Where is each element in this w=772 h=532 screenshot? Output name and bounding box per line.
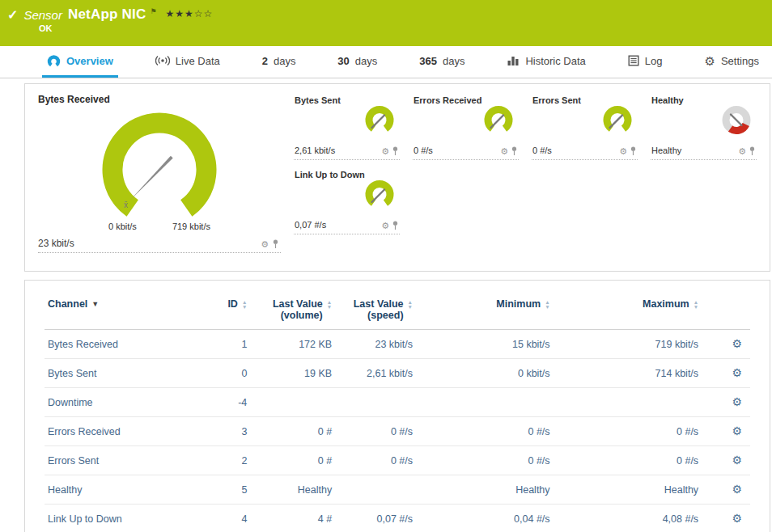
tab-label: days — [443, 55, 464, 67]
col-header-last-value-volume[interactable]: Last Value (volume) ▲▼ — [250, 293, 335, 330]
priority-stars[interactable]: ★★★☆☆ — [165, 8, 213, 19]
col-header-minimum[interactable]: Minimum ▲▼ — [416, 293, 554, 330]
small-gauge — [360, 105, 399, 136]
col-header-last-value-speed[interactable]: Last Value (speed) ▲▼ — [335, 293, 416, 330]
gauge-label: Errors Received — [414, 95, 518, 105]
pin-icon[interactable] — [511, 146, 518, 156]
channel-settings-icon[interactable]: ⚙ — [732, 454, 742, 467]
channel-settings-icon[interactable]: ⚙ — [732, 395, 742, 408]
channel-settings-icon[interactable]: ⚙ — [732, 512, 742, 525]
gauge-gear-icon[interactable]: ⚙ — [381, 147, 389, 156]
pin-icon[interactable] — [749, 146, 756, 156]
tab-historic-data[interactable]: Historic Data — [502, 46, 590, 78]
maximum-value: 719 kbit/s — [554, 330, 702, 359]
maximum-value — [554, 388, 702, 417]
tab-label: Settings — [721, 55, 759, 67]
maximum-value: Healthy — [554, 475, 702, 505]
pin-icon[interactable] — [392, 146, 399, 156]
sort-icon[interactable]: ▲▼ — [545, 300, 549, 310]
channel-settings-icon[interactable]: ⚙ — [732, 424, 742, 437]
channel-id: 2 — [194, 446, 251, 475]
last-value-volume: 172 KB — [250, 330, 335, 359]
channel-name[interactable]: Healthy — [45, 475, 194, 505]
live-data-icon — [155, 55, 170, 66]
tab-365-days[interactable]: 365 days — [414, 46, 469, 78]
last-value-volume: Healthy — [250, 475, 335, 505]
tab-30-days[interactable]: 30 days — [333, 46, 382, 78]
table-row: Downtime -4 ⚙ — [45, 388, 750, 417]
overview-gauge-icon — [47, 54, 61, 67]
pin-icon[interactable] — [272, 239, 279, 249]
channel-name[interactable]: Errors Sent — [45, 446, 194, 475]
col-header-id[interactable]: ID ▲▼ — [194, 293, 251, 330]
gauge-needle — [610, 116, 623, 129]
channel-id: 0 — [194, 359, 251, 388]
maximum-value: 714 kbit/s — [554, 359, 702, 388]
small-gauge — [360, 179, 399, 210]
table-row: Healthy 5 Healthy Healthy Healthy ⚙ — [45, 475, 750, 505]
minimum-value: 0,04 #/s — [416, 505, 554, 532]
channel-settings-icon[interactable]: ⚙ — [732, 337, 742, 350]
tab-label: Historic Data — [525, 55, 585, 67]
channel-name[interactable]: Downtime — [45, 388, 194, 417]
channel-name[interactable]: Errors Received — [45, 417, 194, 446]
gauge-label: Healthy — [651, 95, 756, 105]
gauge-gear-icon[interactable]: ⚙ — [381, 222, 389, 230]
gauge-value: Healthy — [651, 146, 714, 157]
tab-settings[interactable]: ⚙ Settings — [699, 46, 763, 78]
gauge-bytes-sent: Bytes Sent 2,61 kbit/s ⚙ — [294, 94, 400, 160]
channel-name[interactable]: Bytes Received — [45, 330, 194, 359]
channel-id: 3 — [194, 417, 251, 446]
last-value-speed: 0 #/s — [335, 417, 416, 446]
gauge-gear-icon[interactable]: ⚙ — [261, 240, 269, 249]
gauge-gear-icon[interactable]: ⚙ — [500, 147, 508, 156]
last-value-speed — [335, 475, 416, 505]
flag-icon[interactable]: ⚑ — [150, 7, 156, 15]
table-row: Errors Sent 2 0 # 0 #/s 0 #/s 0 #/s ⚙ — [45, 446, 750, 475]
minimum-value — [416, 388, 554, 417]
small-gauge — [479, 105, 518, 136]
sort-icon[interactable]: ▲▼ — [408, 300, 413, 310]
historic-data-chart-icon — [507, 55, 520, 66]
small-gauge — [598, 105, 637, 136]
sort-icon[interactable]: ▲▼ — [694, 300, 698, 310]
last-value-volume: 19 KB — [250, 359, 335, 388]
channel-settings-icon[interactable]: ⚙ — [732, 366, 742, 379]
channel-id: -4 — [194, 388, 251, 417]
sort-icon[interactable]: ▲▼ — [327, 300, 332, 310]
channel-name[interactable]: Bytes Sent — [45, 359, 194, 388]
pin-icon[interactable] — [392, 221, 399, 230]
col-header-maximum[interactable]: Maximum ▲▼ — [554, 293, 702, 330]
gauge-label: Errors Sent — [532, 95, 637, 105]
maximum-value: 4,08 #/s — [554, 505, 702, 532]
tab-log[interactable]: Log — [623, 46, 668, 78]
object-kind-label: Sensor — [23, 8, 62, 22]
last-value-speed: 0,07 #/s — [335, 505, 416, 532]
last-value-volume: 0 # — [250, 417, 335, 446]
tab-live-data[interactable]: Live Data — [151, 46, 225, 78]
pin-icon[interactable] — [630, 146, 637, 156]
gauge-gear-icon[interactable]: ⚙ — [619, 147, 627, 156]
tab-2-days[interactable]: 2 days — [257, 46, 301, 78]
channels-table: Channel ▼ ID ▲▼ Last Value (volume) ▲▼ L… — [45, 293, 750, 532]
primary-gauge-value: 23 kbit/s — [38, 238, 74, 249]
gauge-errors-received: Errors Received 0 #/s ⚙ — [413, 94, 519, 160]
last-value-volume: 4 # — [250, 505, 335, 532]
tab-overview[interactable]: Overview — [42, 46, 118, 78]
last-value-speed: 0 #/s — [335, 446, 416, 475]
sort-icon[interactable]: ▲▼ — [242, 300, 247, 310]
col-header-channel[interactable]: Channel ▼ — [45, 293, 194, 330]
gauge-gear-icon[interactable]: ⚙ — [738, 147, 746, 156]
sort-desc-icon[interactable]: ▼ — [91, 300, 99, 308]
minimum-value: 15 kbit/s — [416, 330, 554, 359]
minimum-value: 0 #/s — [416, 446, 554, 475]
tab-bar: Overview Live Data 2 days 30 days 365 da… — [0, 46, 772, 78]
primary-gauge-block: Bytes Received x̄ 0 kbit/s 719 kbit/s 23… — [38, 94, 281, 263]
gauge-needle — [372, 190, 385, 203]
channel-settings-icon[interactable]: ⚙ — [732, 483, 742, 496]
channel-name[interactable]: Link Up to Down — [45, 505, 194, 532]
gauge-value: 0,07 #/s — [295, 220, 357, 231]
gauge-label: Link Up to Down — [295, 170, 399, 179]
primary-gauge-label: Bytes Received — [38, 94, 281, 105]
gauge-healthy: Healthy Healthy ⚙ — [651, 94, 757, 160]
